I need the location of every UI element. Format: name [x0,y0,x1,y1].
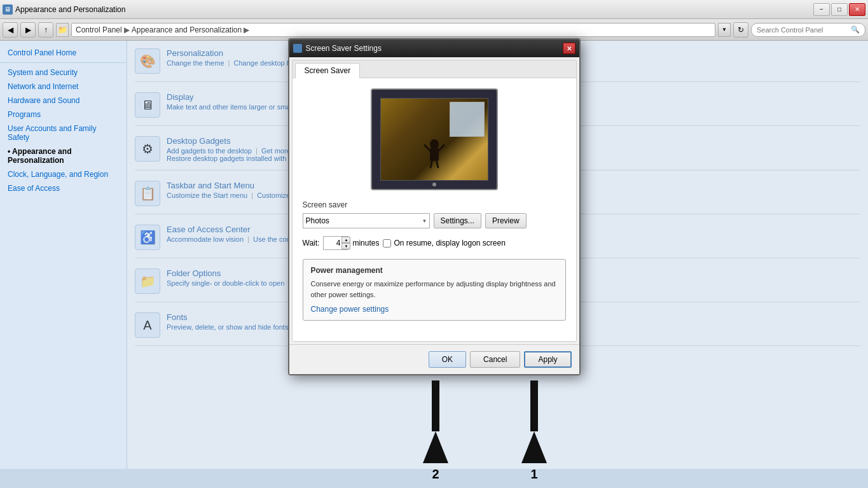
wait-input[interactable]: 4 [324,237,341,249]
dialog-body: Screen Saver [292,60,577,342]
power-desc: Conserve energy or maximize performance … [311,279,558,300]
dialog-content: Screen saver Photos Settings... Preview … [293,78,576,341]
preview-area [371,88,498,190]
svg-line-5 [436,161,437,168]
svg-line-2 [424,145,429,151]
dialog-close-button[interactable]: ✕ [563,43,575,54]
preview-screen [380,98,488,181]
dialog-tab-bar: Screen Saver [293,60,576,78]
wait-label: Wait: [303,239,320,247]
dialog-title-icon [293,44,302,53]
dialog-titlebar: Screen Saver Settings ✕ [289,39,579,57]
dialog-title: Screen Saver Settings [306,44,382,53]
apply-button[interactable]: Apply [524,351,571,368]
svg-rect-1 [430,148,439,161]
wait-spinbox: 4 ▲ ▼ [323,236,348,250]
change-power-settings-link[interactable]: Change power settings [311,305,389,314]
preview-button[interactable]: Preview [485,213,527,228]
wait-row: Wait: 4 ▲ ▼ minutes On resume, display l… [303,236,566,250]
silhouette-svg [423,136,445,177]
svg-line-3 [439,145,444,151]
screen-saver-dialog: Screen Saver Settings ✕ Screen Saver [288,38,581,375]
preview-dot [432,183,436,186]
cancel-button[interactable]: Cancel [470,351,520,368]
window-in-preview [450,102,485,137]
minutes-label: minutes [352,239,379,247]
resume-label: On resume, display logon screen [394,239,505,247]
screen-saver-row: Photos Settings... Preview [303,213,566,228]
ok-button[interactable]: OK [429,351,466,368]
screen-saver-tab[interactable]: Screen Saver [295,63,361,78]
spin-buttons: ▲ ▼ [341,237,350,249]
screen-saver-select-wrapper: Photos [303,213,430,228]
screen-saver-select[interactable]: Photos [303,213,430,228]
spin-up-button[interactable]: ▲ [341,237,350,243]
screen-saver-label: Screen saver [303,200,566,209]
settings-button[interactable]: Settings... [434,213,481,228]
dialog-footer: OK Cancel Apply [289,344,579,374]
svg-line-4 [431,161,432,168]
power-title: Power management [311,266,558,275]
dialog-title-text: Screen Saver Settings [293,44,382,53]
spin-down-button[interactable]: ▼ [341,243,350,249]
resume-checkbox[interactable] [383,239,391,247]
modal-backdrop: Screen Saver Settings ✕ Screen Saver [0,0,868,488]
preview-image [381,99,488,180]
svg-point-0 [430,139,439,150]
power-management-box: Power management Conserve energy or maxi… [303,259,566,321]
resume-checkbox-container: On resume, display logon screen [383,239,505,247]
